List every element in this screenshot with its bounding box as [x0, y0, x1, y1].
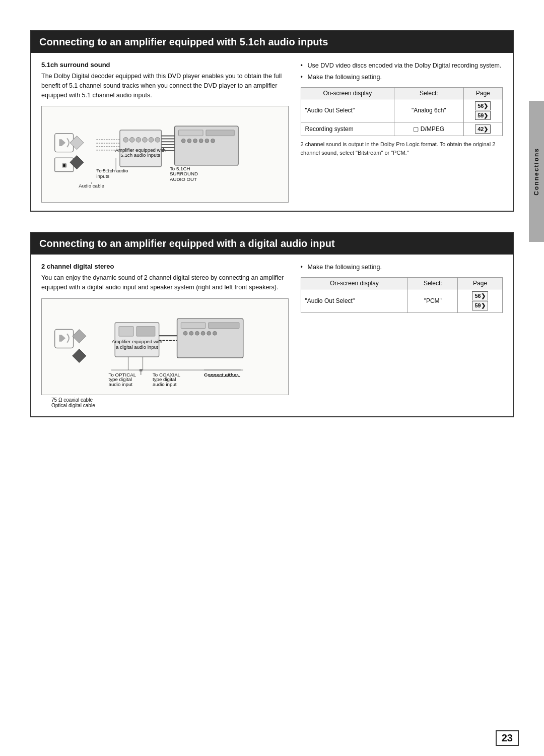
section2-table: On-screen display Select: Page "Audio Ou… — [301, 277, 503, 313]
section1-bullet-1: Make the following setting. — [301, 73, 503, 82]
section1-right: Use DVD video discs encoded via the Dolb… — [301, 61, 503, 203]
svg-point-57 — [207, 331, 211, 335]
section1-row0-col0: "Audio Out Select" — [301, 99, 394, 122]
page-badge-s2-56: 56❯ — [472, 291, 488, 300]
section1-bullet-0: Use DVD video discs encoded via the Dolb… — [301, 61, 503, 71]
svg-point-18 — [193, 139, 197, 143]
svg-point-10 — [143, 138, 148, 143]
table-row: "Audio Out Select" "Analog 6ch" 56❯ 59❯ — [301, 99, 502, 122]
table-row: Recording system ▢ D/MPEG 42❯ — [301, 122, 502, 136]
cable2-label: Optical digital cable — [51, 403, 289, 408]
svg-text:To 5.1CH: To 5.1CH — [170, 166, 190, 171]
section1-diagram: ▣ Am — [41, 106, 289, 203]
section1-bullets: Use DVD video discs encoded via the Dolb… — [301, 61, 503, 82]
cable1-label: 75 Ω coaxial cable — [51, 397, 289, 403]
side-tab-label: Connections — [533, 148, 540, 196]
section2-diagram: Amplifier equipped with a digital audio … — [41, 298, 289, 395]
svg-text:audio input: audio input — [109, 382, 133, 387]
section2-diagram-svg: Amplifier equipped with a digital audio … — [47, 304, 283, 390]
svg-rect-22 — [178, 130, 203, 136]
section1-table-header-2: Page — [463, 87, 502, 99]
svg-point-19 — [199, 139, 203, 143]
svg-point-17 — [187, 139, 191, 143]
section1-row1-col2: 42❯ — [463, 122, 502, 136]
page-badge-s2-59: 59❯ — [472, 301, 488, 310]
section1-diagram-svg: ▣ Am — [47, 111, 283, 197]
section2-body: You can enjoy the dynamic sound of 2 cha… — [41, 273, 289, 292]
page-badge-56: 56❯ — [475, 101, 491, 110]
svg-text:AUDIO OUT: AUDIO OUT — [170, 176, 197, 182]
svg-marker-44 — [59, 335, 65, 342]
section1-row1-col0: Recording system — [301, 122, 394, 136]
svg-text:inputs: inputs — [96, 173, 109, 179]
svg-point-21 — [211, 139, 215, 143]
svg-point-56 — [201, 331, 205, 335]
section2-table-header-2: Page — [458, 278, 503, 289]
section2-row0-col2: 56❯ 59❯ — [458, 289, 503, 313]
page-badge-42: 42❯ — [475, 124, 491, 134]
svg-rect-49 — [137, 326, 155, 336]
svg-text:Amplifier equipped with: Amplifier equipped with — [115, 147, 166, 153]
section2-table-header-1: Select: — [408, 278, 458, 289]
svg-rect-69 — [140, 369, 143, 371]
svg-marker-4 — [70, 136, 84, 150]
svg-point-58 — [213, 331, 217, 335]
section2-right: Make the following setting. On-screen di… — [301, 263, 503, 408]
section1-two-col: 5.1ch surround sound The Dolby Digital d… — [41, 61, 503, 203]
svg-point-55 — [195, 331, 199, 335]
svg-point-11 — [149, 138, 154, 143]
section1-row1-col1: ▢ D/MPEG — [394, 122, 463, 136]
svg-rect-23 — [206, 130, 234, 136]
section1-box: Connecting to an amplifier equipped with… — [30, 30, 514, 212]
page-badge-stack-0: 56❯ 59❯ — [475, 101, 491, 120]
section2-row0-col1: "PCM" — [408, 289, 458, 313]
svg-text:audio input: audio input — [153, 382, 177, 387]
section1-table: On-screen display Select: Page "Audio Ou… — [301, 87, 503, 137]
table-row: "Audio Out Select" "PCM" 56❯ 59❯ — [301, 289, 502, 313]
svg-point-20 — [205, 139, 209, 143]
section1-row0-col1: "Analog 6ch" — [394, 99, 463, 122]
svg-point-54 — [189, 331, 193, 335]
svg-text:SURROUND: SURROUND — [170, 171, 198, 177]
page-badge-59: 59❯ — [475, 111, 491, 120]
section2-subsection-title: 2 channel digital stereo — [41, 263, 289, 270]
page-number: 23 — [496, 730, 519, 746]
section2-title: Connecting to an amplifier equipped with… — [31, 233, 513, 255]
section1-content: 5.1ch surround sound The Dolby Digital d… — [31, 53, 513, 211]
svg-text:Amplifier equipped with: Amplifier equipped with — [112, 338, 162, 344]
svg-rect-48 — [119, 326, 133, 336]
svg-marker-46 — [73, 349, 86, 362]
svg-point-7 — [123, 138, 128, 143]
svg-text:a digital audio input: a digital audio input — [116, 344, 158, 350]
svg-text:5.1ch audio inputs: 5.1ch audio inputs — [120, 153, 160, 158]
section2-bullets: Make the following setting. — [301, 263, 503, 272]
page: Connections Connecting to an amplifier e… — [0, 0, 544, 756]
section1-body: The Dolby Digital decoder equipped with … — [41, 72, 289, 100]
svg-point-8 — [129, 138, 134, 143]
page-badge-stack-s2: 56❯ 59❯ — [472, 291, 488, 310]
section2-cable-labels: 75 Ω coaxial cable Optical digital cable — [41, 397, 289, 408]
section1-subsection-title: 5.1ch surround sound — [41, 61, 289, 69]
svg-point-53 — [183, 331, 187, 335]
section2-table-header-0: On-screen display — [301, 278, 408, 289]
svg-point-12 — [155, 138, 160, 143]
section1-left: 5.1ch surround sound The Dolby Digital d… — [41, 61, 289, 203]
section2-content: 2 channel digital stereo You can enjoy t… — [31, 255, 513, 416]
svg-text:To 5.1ch audio: To 5.1ch audio — [96, 168, 128, 174]
side-tab: Connections — [529, 101, 544, 242]
section2-row0-col0: "Audio Out Select" — [301, 289, 408, 313]
section1-row0-col2: 56❯ 59❯ — [463, 99, 502, 122]
section1-note: 2 channel sound is output in the Dolby P… — [301, 140, 503, 157]
svg-text:▣: ▣ — [62, 162, 66, 168]
section2-bullet-0: Make the following setting. — [301, 263, 503, 272]
section2-two-col: 2 channel digital stereo You can enjoy t… — [41, 263, 503, 408]
svg-marker-45 — [73, 329, 86, 343]
svg-point-9 — [136, 138, 141, 143]
section2-box: Connecting to an amplifier equipped with… — [30, 232, 514, 417]
section1-table-header-0: On-screen display — [301, 87, 394, 99]
svg-point-16 — [181, 139, 185, 143]
svg-marker-5 — [70, 156, 84, 169]
section2-left: 2 channel digital stereo You can enjoy t… — [41, 263, 289, 408]
section1-table-header-1: Select: — [394, 87, 463, 99]
svg-rect-59 — [181, 323, 206, 329]
